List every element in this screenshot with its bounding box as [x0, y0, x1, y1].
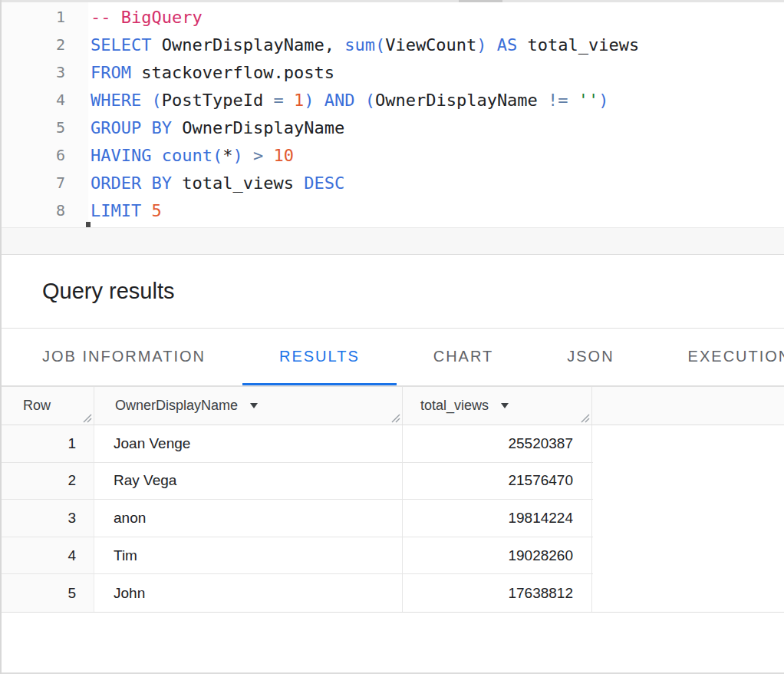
- page-title: Query results: [42, 279, 174, 304]
- sql-editor[interactable]: 1-- BigQuery2SELECT OwnerDisplayName, su…: [0, 3, 784, 224]
- tab-chart[interactable]: CHART: [397, 329, 531, 385]
- query-results-header: Query results: [0, 255, 784, 329]
- code-line[interactable]: 2SELECT OwnerDisplayName, sum(ViewCount)…: [0, 31, 784, 58]
- cell-row-number: 4: [0, 537, 94, 574]
- line-number: 1: [0, 8, 88, 26]
- cell-ownerdisplayname: anon: [94, 500, 403, 537]
- cell-ownerdisplayname: Tim: [94, 537, 403, 574]
- code-text: GROUP BY OwnerDisplayName: [88, 118, 344, 137]
- line-number: 4: [0, 91, 88, 109]
- tab-results[interactable]: RESULTS: [242, 329, 397, 385]
- line-number: 2: [0, 35, 88, 54]
- results-table-header: Row OwnerDisplayName total_views: [0, 386, 784, 425]
- table-bottom-border: [0, 612, 784, 613]
- column-dropdown-icon[interactable]: [501, 403, 509, 408]
- column-dropdown-icon[interactable]: [250, 403, 258, 408]
- cell-total-views: 17638812: [403, 574, 592, 612]
- table-row: 1Joan Venge25520387: [0, 425, 593, 463]
- header-filler: [592, 387, 784, 425]
- code-text: LIMIT 5: [88, 201, 162, 220]
- cell-row-number: 2: [0, 463, 94, 500]
- tab-json[interactable]: JSON: [530, 329, 651, 385]
- column-header-total-views[interactable]: total_views: [403, 387, 592, 425]
- code-text: WHERE (PostTypeId = 1) AND (OwnerDisplay…: [88, 91, 609, 110]
- cell-total-views: 19028260: [403, 537, 592, 574]
- line-number: 7: [0, 173, 88, 192]
- column-header-row: Row: [0, 387, 94, 425]
- line-number: 8: [0, 201, 88, 220]
- line-number: 5: [0, 118, 88, 137]
- code-line[interactable]: 5GROUP BY OwnerDisplayName: [0, 114, 784, 141]
- cell-ownerdisplayname: Ray Vega: [94, 463, 403, 500]
- cell-row-number: 5: [0, 574, 94, 612]
- cell-total-views: 21576470: [403, 463, 592, 500]
- column-resize-handle[interactable]: [578, 411, 590, 423]
- cell-ownerdisplayname: Joan Venge: [94, 425, 403, 462]
- cell-row-number: 1: [0, 425, 94, 462]
- code-line[interactable]: 4WHERE (PostTypeId = 1) AND (OwnerDispla…: [0, 86, 784, 114]
- code-text: -- BigQuery: [88, 8, 203, 27]
- table-row: 4Tim19028260: [0, 537, 593, 575]
- column-resize-handle[interactable]: [81, 411, 92, 423]
- results-table-body: 1Joan Venge255203872Ray Vega215764703ano…: [0, 425, 593, 612]
- code-line[interactable]: 6HAVING count(*) > 10: [0, 141, 784, 169]
- code-text: FROM stackoverflow.posts: [88, 63, 334, 82]
- text-cursor: [86, 222, 91, 227]
- column-label: Row: [23, 398, 51, 414]
- tab-execution-details[interactable]: EXECUTION DETAILS: [651, 329, 784, 385]
- panel-left-border: [0, 0, 2, 674]
- results-tabbar: JOB INFORMATIONRESULTSCHARTJSONEXECUTION…: [0, 329, 784, 386]
- code-text: SELECT OwnerDisplayName, sum(ViewCount) …: [88, 35, 639, 55]
- tab-job-information[interactable]: JOB INFORMATION: [5, 329, 242, 385]
- column-header-ownerdisplayname[interactable]: OwnerDisplayName: [94, 387, 403, 425]
- top-scrollbar-track: [0, 0, 784, 2]
- table-row: 2Ray Vega21576470: [0, 463, 593, 501]
- cell-ownerdisplayname: John: [94, 574, 403, 612]
- table-row: 5John17638812: [0, 574, 593, 612]
- line-number: 3: [0, 63, 88, 81]
- table-row: 3anon19814224: [0, 500, 593, 537]
- column-label: OwnerDisplayName: [115, 398, 238, 414]
- code-text: ORDER BY total_views DESC: [88, 173, 344, 193]
- code-line[interactable]: 1-- BigQuery: [0, 3, 784, 31]
- code-line[interactable]: 3FROM stackoverflow.posts: [0, 58, 784, 86]
- section-divider: [0, 227, 784, 255]
- code-line[interactable]: 8LIMIT 5: [0, 197, 784, 224]
- cell-row-number: 3: [0, 500, 94, 537]
- cell-total-views: 19814224: [403, 500, 592, 537]
- column-resize-handle[interactable]: [389, 411, 400, 423]
- code-text: HAVING count(*) > 10: [88, 146, 294, 165]
- column-label: total_views: [420, 398, 489, 414]
- line-number: 6: [0, 146, 88, 164]
- cell-total-views: 25520387: [403, 425, 592, 462]
- top-scrollbar-thumb[interactable]: [459, 0, 502, 2]
- code-line[interactable]: 7ORDER BY total_views DESC: [0, 169, 784, 197]
